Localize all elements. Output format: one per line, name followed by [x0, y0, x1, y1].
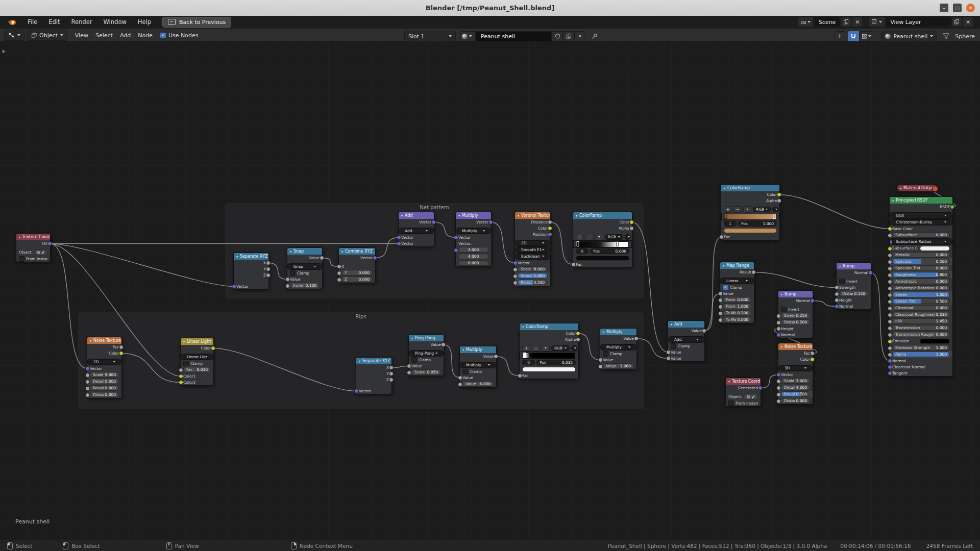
- socket-vout[interactable]: [431, 220, 436, 224]
- color-mode-dropdown[interactable]: RGB: [605, 234, 623, 240]
- socket-x[interactable]: [337, 264, 341, 269]
- subsurface-field[interactable]: Subsurface0.000: [892, 232, 950, 238]
- from-max-field[interactable]: From Max1.000: [723, 304, 751, 309]
- node-output[interactable]: ▸Material Output: [897, 184, 937, 192]
- socket-dist[interactable]: [548, 220, 552, 224]
- roughness-slider[interactable]: Roughness0.800: [892, 272, 950, 278]
- new-scene-button[interactable]: [841, 17, 851, 27]
- detail-field[interactable]: Detail4.000: [781, 385, 810, 390]
- node-header[interactable]: ▸Material Output: [897, 185, 936, 191]
- strength-field[interactable]: Strength0.250: [781, 313, 810, 318]
- pin-icon[interactable]: [592, 33, 598, 39]
- socket-v1[interactable]: [666, 350, 671, 355]
- fake-user-shield-button[interactable]: [552, 31, 563, 41]
- editor-menu-view[interactable]: View: [75, 32, 88, 39]
- socket-vout[interactable]: [488, 220, 493, 224]
- menu-edit[interactable]: Edit: [48, 18, 60, 26]
- node-header[interactable]: ▾Bump: [778, 291, 813, 297]
- subsurface-radius-dropdown[interactable]: Subsurface Radius: [893, 239, 949, 244]
- maximize-button[interactable]: ▢: [953, 4, 962, 12]
- node-noise2[interactable]: ▾Noise TextureFacColor3DVectorScale3.000…: [778, 343, 813, 405]
- node-header[interactable]: ▾Add: [668, 321, 704, 328]
- distortion-field[interactable]: Distortion0.000: [90, 392, 119, 397]
- to-min-field[interactable]: To Min0.200: [723, 310, 751, 316]
- socket-normal_in[interactable]: [835, 304, 839, 309]
- socket-height[interactable]: [776, 327, 781, 331]
- node-mul2[interactable]: ▾MultiplyValueMultiplyClampValueValue1.0…: [600, 328, 637, 370]
- node-noise_rips[interactable]: ▾Noise TextureFacColor2DVectorScale9.000…: [87, 337, 122, 398]
- y-field[interactable]: Y0.000: [341, 270, 373, 276]
- node-bump1[interactable]: ▾BumpNormalInvertStrength0.250Distance0.…: [778, 290, 813, 338]
- node-mulvec[interactable]: ▾MultiplyVectorMultiplyVectorVector:3.00…: [455, 212, 492, 267]
- node-maprange[interactable]: ▾Map RangeResultLinear✓ClampValueFrom Mi…: [720, 262, 754, 323]
- node-header[interactable]: ▾Multiply: [460, 346, 496, 353]
- menu-window[interactable]: Window: [103, 18, 126, 26]
- ggx-dropdown[interactable]: GGX: [893, 213, 949, 218]
- socket[interactable]: [389, 371, 394, 376]
- interpolation-dropdown[interactable]: Linear: [772, 207, 778, 212]
- socket-color[interactable]: [211, 346, 215, 350]
- stop-position-field[interactable]: Pos0.035: [536, 360, 576, 365]
- increment-field[interactable]: Increment0.100: [290, 283, 320, 288]
- node-header[interactable]: ▾Snap: [287, 248, 322, 255]
- add-dropdown[interactable]: Add: [402, 228, 431, 234]
- node-header[interactable]: ▾Separate XYZ: [356, 358, 391, 364]
- interpolation-dropdown[interactable]: B-Spline: [625, 234, 631, 240]
- socket-fac[interactable]: [518, 373, 522, 378]
- node-header[interactable]: ▾Bump: [837, 263, 871, 269]
- unlink-material-button[interactable]: ✕: [574, 31, 585, 41]
- socket-color[interactable]: [119, 351, 124, 356]
- snap-dropdown[interactable]: Snap: [290, 264, 319, 269]
- socket-fac[interactable]: [179, 368, 183, 372]
- 3d-dropdown[interactable]: 3D: [781, 365, 810, 371]
- scale-field[interactable]: Scale8.000: [518, 266, 548, 272]
- socket[interactable]: [888, 280, 892, 284]
- socket-strength[interactable]: [835, 285, 839, 290]
- socket[interactable]: [85, 380, 90, 384]
- node-header[interactable]: ▾Principled BSDF: [890, 197, 952, 204]
- node-header[interactable]: ▾Multiply: [600, 329, 636, 335]
- ramp-stop[interactable]: [725, 214, 727, 219]
- add-dropdown[interactable]: Add: [671, 337, 701, 342]
- socket[interactable]: [776, 379, 781, 384]
- anisotropic-field[interactable]: Anisotropic0.000: [892, 279, 950, 284]
- socket[interactable]: [888, 293, 892, 297]
- emission-swatch[interactable]: [920, 339, 950, 344]
- interpolation-dropdown[interactable]: B-Spline: [571, 345, 577, 351]
- roughness-slider[interactable]: Roughness0.700: [781, 391, 810, 397]
- clamp-checkbox[interactable]: [411, 357, 417, 363]
- socket-vout[interactable]: [634, 336, 639, 341]
- add-stop-button[interactable]: +: [576, 234, 584, 240]
- detail-field[interactable]: Detail0.000: [90, 379, 119, 384]
- color-swatch[interactable]: [522, 367, 576, 372]
- snap-target-dropdown[interactable]: [859, 31, 874, 41]
- socket-color[interactable]: [777, 192, 781, 197]
- linear-light-dropdown[interactable]: Linear Light: [184, 354, 210, 360]
- socket[interactable]: [85, 393, 90, 397]
- editor-corner-arrow[interactable]: [3, 49, 5, 54]
- transmission-field[interactable]: Transmission0.000: [892, 325, 950, 331]
- editor-menu-add[interactable]: Add: [120, 32, 131, 39]
- socket[interactable]: [629, 226, 634, 231]
- roughness-field[interactable]: Roughness0.000: [90, 385, 119, 391]
- editor-menu-node[interactable]: Node: [138, 32, 153, 39]
- clamp-checkbox[interactable]: ✓: [723, 285, 728, 290]
- node-header[interactable]: ▾Texture Coordinate: [16, 234, 50, 240]
- ping-pong-dropdown[interactable]: Ping-Pong: [412, 350, 440, 356]
- socket[interactable]: [888, 299, 892, 304]
- menu-file[interactable]: File: [28, 18, 37, 26]
- value-field[interactable]: 4.000: [458, 254, 488, 259]
- specular-tint-field[interactable]: Specular Tint0.000: [892, 265, 950, 271]
- color-swatch[interactable]: [724, 228, 777, 233]
- node-combxyz[interactable]: ▾Combine XYZVectorXY0.000Z0.000: [338, 247, 376, 283]
- clamp-checkbox[interactable]: [603, 351, 608, 357]
- node-header[interactable]: ▾Noise Texture: [87, 337, 121, 344]
- socket[interactable]: [888, 333, 892, 337]
- 2d-dropdown[interactable]: 2D: [90, 359, 118, 365]
- socket[interactable]: [890, 240, 893, 244]
- socket[interactable]: [718, 298, 723, 303]
- socket-fac[interactable]: [119, 345, 124, 349]
- value-field[interactable]: Value1.080: [603, 363, 634, 369]
- node-addvec[interactable]: ▾AddVectorAddVectorVector: [398, 212, 434, 247]
- clamp-checkbox[interactable]: [671, 343, 676, 349]
